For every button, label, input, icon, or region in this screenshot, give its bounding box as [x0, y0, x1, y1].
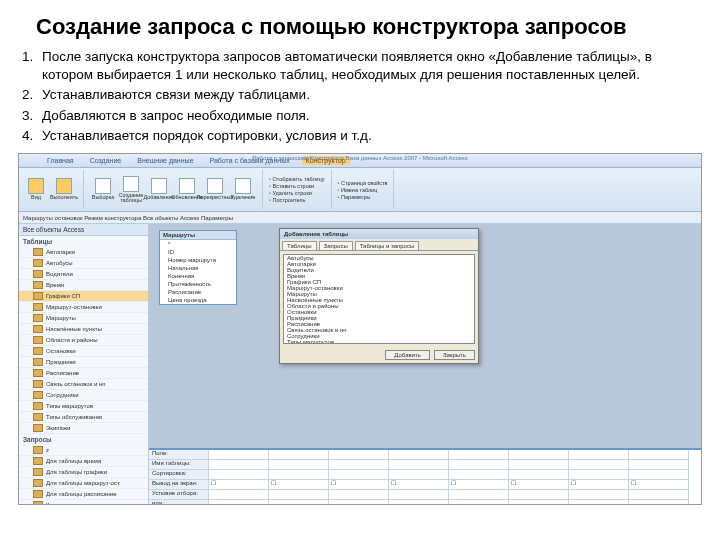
ribbon-small-button[interactable]: Построитель — [269, 197, 325, 203]
grid-row-label: Сортировка: — [149, 470, 208, 480]
grid-row-label: или: — [149, 500, 208, 505]
grid-column[interactable]: ☐ — [329, 450, 389, 505]
ribbon-small-button[interactable]: Страница свойств — [338, 180, 388, 186]
field-item[interactable]: * — [160, 240, 236, 248]
nav-table-item[interactable]: Время — [19, 280, 148, 291]
nav-table-item[interactable]: Типы обслуживания — [19, 412, 148, 423]
list-item: 1.После запуска конструктора запросов ав… — [22, 48, 702, 84]
grid-column[interactable]: ☐ — [389, 450, 449, 505]
navigation-pane[interactable]: Все объекты Access Таблицы АвтопаркиАвто… — [19, 224, 149, 505]
field-item[interactable]: Расписание — [160, 288, 236, 296]
dialog-list-item[interactable]: Типы маршрутов — [284, 339, 474, 344]
grid-row-label: Поле: — [149, 450, 208, 460]
nav-table-item[interactable]: Населённые пункты — [19, 324, 148, 335]
ribbon-small-button[interactable]: Параметры — [338, 194, 388, 200]
dialog-tabs[interactable]: ТаблицыЗапросыТаблицы и запросы — [280, 239, 478, 251]
grid-column[interactable]: ☐ — [209, 450, 269, 505]
close-button[interactable]: Закрыть — [434, 350, 475, 360]
field-item[interactable]: Конечная — [160, 272, 236, 280]
grid-row-label: Условие отбора: — [149, 490, 208, 500]
ribbon-tab[interactable]: Создание — [86, 156, 126, 165]
nav-section-tables: Таблицы — [19, 236, 148, 247]
nav-table-item[interactable]: Графики СП — [19, 291, 148, 302]
nav-table-item[interactable]: Остановки — [19, 346, 148, 357]
ribbon-button[interactable]: Перекрестный — [202, 171, 228, 209]
field-item[interactable]: Начальная — [160, 264, 236, 272]
nav-table-item[interactable]: Области и районы — [19, 335, 148, 346]
ribbon-button[interactable]: Обновление — [174, 171, 200, 209]
nav-table-item[interactable]: Водители — [19, 269, 148, 280]
add-table-dialog[interactable]: Добавление таблицы ТаблицыЗапросыТаблицы… — [279, 228, 479, 364]
grid-column[interactable]: ☐ — [569, 450, 629, 505]
ribbon-small-button[interactable]: Вставить строки — [269, 183, 325, 189]
table-box-title: Маршруты — [160, 231, 236, 240]
grid-row-label: Имя таблицы: — [149, 460, 208, 470]
slide-title: Создание запроса с помощью конструктора … — [36, 14, 702, 40]
nav-table-item[interactable]: Сотрудники — [19, 390, 148, 401]
window-title: Работа с запросами Конструктор База данн… — [252, 155, 468, 161]
nav-table-item[interactable]: Автобусы — [19, 258, 148, 269]
list-item: 4.Устанавливается порядок сортировки, ус… — [22, 127, 702, 145]
dialog-tab[interactable]: Таблицы и запросы — [355, 241, 420, 250]
field-item[interactable]: Протяжённость — [160, 280, 236, 288]
nav-query-item[interactable]: z — [19, 445, 148, 456]
table-field-list[interactable]: Маршруты *IDНомер маршрутаНачальнаяКонеч… — [159, 230, 237, 305]
ribbon-small-button[interactable]: Имена таблиц — [338, 187, 388, 193]
field-item[interactable]: ID — [160, 248, 236, 256]
nav-query-item[interactable]: Количество маршрутов по нп — [19, 500, 148, 505]
grid-row-label: Вывод на экран: — [149, 480, 208, 490]
nav-table-item[interactable]: Праздники — [19, 357, 148, 368]
grid-column[interactable]: ☐ — [449, 450, 509, 505]
ribbon-button[interactable]: Выборка — [90, 171, 116, 209]
nav-table-item[interactable]: Маршрут-остановки — [19, 302, 148, 313]
dialog-table-list[interactable]: АвтобусыАвтопаркиВодителиВремяГрафики СП… — [283, 254, 475, 344]
add-button[interactable]: Добавить — [385, 350, 430, 360]
dialog-tab[interactable]: Таблицы — [282, 241, 317, 250]
options-bar: Маршруты остановок Режим конструктора Вс… — [19, 212, 701, 224]
grid-column[interactable]: ☐ — [629, 450, 689, 505]
nav-table-item[interactable]: Маршруты — [19, 313, 148, 324]
ribbon-small-button[interactable]: Удалить строки — [269, 190, 325, 196]
grid-column[interactable]: ☐ — [509, 450, 569, 505]
nav-table-item[interactable]: Автопарки — [19, 247, 148, 258]
ribbon-small-button[interactable]: Отобразить таблицу — [269, 176, 325, 182]
query-canvas: Маршруты *IDНомер маршрутаНачальнаяКонеч… — [149, 224, 701, 505]
ribbon-tab[interactable]: Внешние данные — [133, 156, 197, 165]
ribbon-button[interactable]: Создание таблицы — [118, 171, 144, 209]
ribbon-button[interactable]: Удаление — [230, 171, 256, 209]
nav-query-item[interactable]: Для таблицы расписание — [19, 489, 148, 500]
dialog-tab[interactable]: Запросы — [319, 241, 353, 250]
list-item: 2.Устанавливаются связи между таблицами. — [22, 86, 702, 104]
instruction-list: 1.После запуска конструктора запросов ав… — [22, 48, 702, 145]
grid-column[interactable]: ☐ — [269, 450, 329, 505]
dialog-title: Добавление таблицы — [280, 229, 478, 239]
nav-table-item[interactable]: Расписание — [19, 368, 148, 379]
ribbon: ВидВыполнить ВыборкаСоздание таблицыДоба… — [19, 168, 701, 212]
ribbon-button[interactable]: Добавление — [146, 171, 172, 209]
ribbon-button[interactable]: Вид — [23, 171, 49, 209]
ribbon-button[interactable]: Выполнить — [51, 171, 77, 209]
nav-table-item[interactable]: Связь остановок и нп — [19, 379, 148, 390]
nav-table-item[interactable]: Типы маршрутов — [19, 401, 148, 412]
nav-query-item[interactable]: Для таблицы время — [19, 456, 148, 467]
nav-query-item[interactable]: Для таблицы маршрут-ост — [19, 478, 148, 489]
access-screenshot: Работа с запросами Конструктор База данн… — [18, 153, 702, 505]
nav-table-item[interactable]: Экипажи — [19, 423, 148, 434]
list-item: 3.Добавляются в запрос необходимые поля. — [22, 107, 702, 125]
field-item[interactable]: Номер маршрута — [160, 256, 236, 264]
nav-header[interactable]: Все объекты Access — [19, 224, 148, 236]
ribbon-tab[interactable]: Главная — [43, 156, 78, 165]
qbe-grid[interactable]: Поле:Имя таблицы:Сортировка:Вывод на экр… — [149, 448, 701, 505]
nav-section-queries: Запросы — [19, 434, 148, 445]
field-item[interactable]: Цена проезда — [160, 296, 236, 304]
nav-query-item[interactable]: Для таблицы графики — [19, 467, 148, 478]
